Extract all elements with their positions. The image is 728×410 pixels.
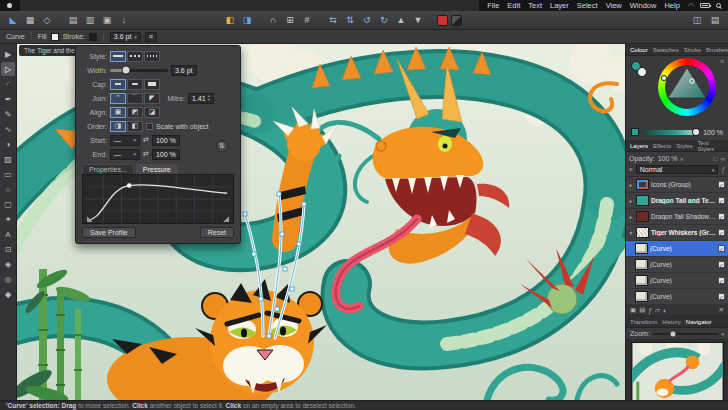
zoom-slider[interactable] [653,333,719,335]
context-fill-swatch[interactable] [51,33,59,41]
align-centre-button[interactable]: ▣ [110,107,126,118]
ellipse-tool-button[interactable]: ○ [1,182,15,196]
new-document-icon[interactable]: ▤ [66,14,80,27]
stroke-style-dashed-button[interactable] [127,51,143,62]
tab-colour[interactable]: Colour [630,47,648,53]
swap-arrowheads-button[interactable]: ⇅ [216,140,228,152]
layer-visibility-checkbox[interactable]: ✓ [718,277,725,284]
layer-row[interactable]: ▾ Tiger Whiskers (Group) ✓ [626,225,728,241]
layer-thumbnail[interactable] [636,227,649,238]
tab-swatches[interactable]: Swatches [653,47,679,53]
tab-brushes[interactable]: Brushes [706,47,728,53]
fill-colour-circle[interactable] [631,61,641,71]
apple-menu-icon[interactable] [7,3,12,8]
stroke-width-field[interactable]: 3.6 pt ▾ [110,32,141,42]
persona-pixel-icon[interactable]: ▦ [23,14,37,27]
reset-button[interactable]: Reset [200,227,234,238]
pencil-tool-button[interactable]: ✎ [1,107,15,121]
menu-item-edit[interactable]: Edit [507,1,520,10]
start-scale-value[interactable]: 100 % [152,135,180,146]
hue-ring-marker[interactable] [662,76,666,80]
snapping-magnet-icon[interactable]: ∩ [266,14,280,27]
pixel-align-icon[interactable]: # [300,14,314,27]
split-view-icon[interactable]: ◫ [690,14,704,27]
layer-visibility-checkbox[interactable]: ✓ [718,213,725,220]
menu-item-text[interactable]: Text [528,1,542,10]
tab-styles[interactable]: Styles [676,143,692,149]
colour-picker-tool-button[interactable]: ◆ [1,287,15,301]
layer-row[interactable]: (Curve) ✓ [626,273,728,289]
mitre-down-icon[interactable]: ▾ [208,98,210,102]
opacity-dropdown-icon[interactable]: ▾ [681,156,684,162]
layer-visibility-checkbox[interactable]: ✓ [718,197,725,204]
layer-visibility-checkbox[interactable]: ✓ [718,261,725,268]
cap-butt-button[interactable] [110,79,126,90]
rectangle-tool-button[interactable]: ▭ [1,167,15,181]
wifi-icon[interactable]: ◠ [688,2,694,9]
navigator-preview[interactable] [626,340,728,406]
pressure-end-handle[interactable] [223,216,229,222]
tab-layers[interactable]: Layers [630,143,648,149]
layer-fx-icon[interactable]: ƒ [648,307,652,314]
layer-row[interactable]: ▸ Icons (Group) ✓ [626,177,728,193]
battery-icon[interactable] [700,3,710,8]
pen-tool-button[interactable]: ✒ [1,92,15,106]
layer-visibility-checkbox[interactable]: ✓ [718,245,725,252]
cap-round-button[interactable] [127,79,143,90]
add-group-icon[interactable]: ▤ [639,306,645,314]
move-tool-button[interactable]: ▶ [1,47,15,61]
stroke-behind-button[interactable]: ◧ [127,121,143,132]
spotlight-search-icon[interactable] [716,3,721,8]
lock-layer-icon[interactable]: □ [713,155,717,162]
insert-inside-icon[interactable]: ◧ [223,14,237,27]
text-tool-button[interactable]: A [1,227,15,241]
layer-row[interactable]: ▸ Dragon Tail and Teeth Sh.. ✓ [626,193,728,209]
snap-grid-icon[interactable]: ⊞ [283,14,297,27]
stroke-width-slider[interactable] [110,69,168,72]
tab-properties[interactable]: Properties... [82,164,134,174]
shape-tool-button[interactable]: ✦ [1,212,15,226]
insert-behind-icon[interactable]: ◨ [240,14,254,27]
expand-caret-icon[interactable]: ▸ [628,182,634,188]
tab-navigator[interactable]: Navigator [686,319,712,325]
pressure-node[interactable] [127,183,132,188]
expand-caret-icon[interactable]: ▸ [628,198,634,204]
link-layer-icon[interactable]: ∞ [720,155,725,162]
view-pan-tool-button[interactable]: ◈ [1,257,15,271]
scale-with-object-checkbox[interactable] [146,123,153,130]
node-tool-button[interactable]: ▷ [1,62,15,76]
layer-mask-icon[interactable]: ▱ [655,306,660,314]
layer-thumbnail[interactable] [636,211,649,222]
join-mitre-button[interactable]: ⌃ [110,93,126,104]
persona-export-icon[interactable]: ◇ [40,14,54,27]
blend-mode-select[interactable]: Normal ▾ [636,165,719,174]
tab-stroke[interactable]: Stroke [684,47,701,53]
export-icon[interactable]: ↓ [117,14,131,27]
menu-item-view[interactable]: View [606,1,622,10]
flip-vertical-icon[interactable]: ⇅ [343,14,357,27]
layer-thumbnail[interactable] [635,243,648,254]
document-canvas[interactable]: The Tiger and the Dragon Style: Width: 3… [17,44,625,400]
vector-brush-tool-button[interactable]: ∿ [1,122,15,136]
menu-item-select[interactable]: Select [577,1,598,10]
layer-row[interactable]: (Curve) ✓ [626,289,728,305]
rotate-cw-icon[interactable]: ↻ [377,14,391,27]
cap-square-button[interactable] [144,79,160,90]
zoom-tool-button[interactable]: ◎ [1,272,15,286]
align-inside-button[interactable]: ◩ [127,107,143,118]
layer-visibility-checkbox[interactable]: ✓ [718,293,725,300]
transparency-tool-button[interactable]: ▨ [1,152,15,166]
persona-designer-icon[interactable]: ◣ [6,14,20,27]
layer-thumbnail[interactable] [636,179,649,190]
fill-gradient-tool-button[interactable]: ◑ [1,137,15,151]
save-profile-button[interactable]: Save Profile [82,227,136,238]
layer-row[interactable]: (Curve) ✓ [626,257,728,273]
layer-row[interactable]: ▸ Dragon Tail Shadows (Gr.. ✓ [626,209,728,225]
rotate-ccw-icon[interactable]: ↺ [360,14,374,27]
stroke-width-value[interactable]: 3.6 pt [171,65,197,76]
menu-item-help[interactable]: Help [664,1,679,10]
tab-pressure[interactable]: Pressure [136,164,178,174]
navigator-thumbnail[interactable] [631,342,724,404]
toolbar-stroke-swatch[interactable] [451,15,462,26]
layer-thumbnail[interactable] [635,275,648,286]
